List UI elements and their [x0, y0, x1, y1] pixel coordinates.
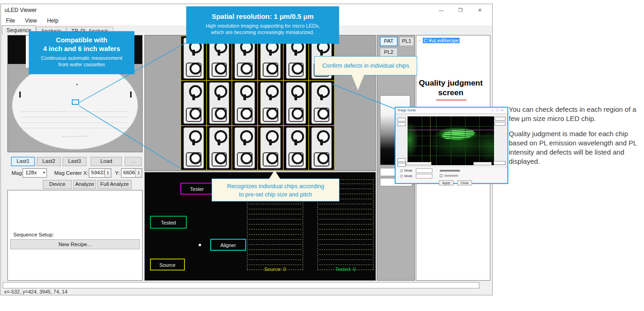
- stage-position-dot: [199, 244, 201, 246]
- resolution-annotation-body: High resolution imaging supporting for m…: [186, 23, 339, 29]
- cassette-slot-line: [249, 219, 301, 219]
- minimize-icon[interactable]: —: [431, 4, 451, 16]
- menu-help[interactable]: Help: [42, 17, 63, 24]
- chip-cell: [232, 81, 258, 125]
- mode-radio-1[interactable]: [400, 169, 403, 172]
- popup-spinbox[interactable]: [494, 161, 506, 165]
- mag-center-label: Mag Center X:: [54, 170, 88, 176]
- device-lock-button[interactable]: Device Lock: [43, 180, 72, 189]
- cassette-slot-line: [319, 265, 372, 265]
- cassette-slot-line: [249, 265, 301, 265]
- mode-label-2: Mode: [404, 174, 413, 178]
- mag-value: 128x: [25, 170, 37, 175]
- close-icon[interactable]: ✕: [470, 4, 489, 16]
- full-analyze-button[interactable]: Full Analyze: [98, 180, 132, 189]
- defects-callout: Confirm defects in individual chips: [314, 56, 417, 75]
- popup-maximize-icon[interactable]: □: [496, 108, 501, 112]
- spin-down-icon[interactable]: ▼: [138, 173, 140, 175]
- chip-cell: [207, 81, 232, 125]
- cassette-slot-line: [249, 239, 301, 240]
- last3-button[interactable]: Last3: [63, 157, 86, 166]
- spinner[interactable]: ▲ ▼: [104, 169, 111, 177]
- menu-view[interactable]: View: [20, 17, 42, 24]
- cassette-slot-line: [319, 209, 372, 209]
- cassette-slot-line: [319, 214, 372, 214]
- tested-box: Tested: [150, 216, 187, 229]
- popup-spinbox[interactable]: [494, 122, 506, 126]
- source-box: Source: [150, 259, 185, 271]
- popup-spinbox[interactable]: [494, 117, 506, 121]
- mode-radio-2[interactable]: [400, 175, 403, 178]
- source-count: Source: 0: [254, 266, 296, 272]
- popup-info-text: [440, 170, 460, 172]
- resolution-annotation-body2: which are becoming increasingly miniatur…: [186, 29, 339, 36]
- wafer-scan-line: [22, 122, 128, 123]
- load-button[interactable]: Load: [91, 157, 122, 166]
- popup-spinbox[interactable]: [397, 122, 406, 126]
- popup-title: Image Guide: [397, 109, 416, 112]
- popup-spinbox[interactable]: [397, 118, 406, 121]
- mag-center-x-input[interactable]: 59431 ▲ ▼: [89, 168, 111, 178]
- more-button[interactable]: ...: [125, 157, 142, 166]
- spinner[interactable]: ▲ ▼: [135, 169, 142, 177]
- chip-image-panel[interactable]: [144, 35, 376, 171]
- cassette-slot-line: [319, 204, 372, 204]
- popup-minimize-icon[interactable]: –: [491, 108, 496, 112]
- cassette-slot-line: [319, 234, 372, 235]
- chip-cell: [309, 81, 334, 125]
- popup-slider[interactable]: [406, 162, 431, 165]
- quality-heading-underline: [436, 99, 466, 101]
- side-paragraph-2: Quality judgment is made for each chip b…: [509, 129, 643, 166]
- aligner-box: Aligner: [210, 239, 246, 251]
- y-label: Y:: [115, 170, 120, 176]
- popup-dropdown-1[interactable]: [416, 168, 432, 173]
- cassette-slot-line: [319, 259, 372, 260]
- resolution-annotation-box: Spatial resolution: 1 μm/0.5 μm High res…: [186, 6, 339, 44]
- page: uLED Viewer — ❐ ✕ File View Help Sequenc…: [0, 0, 644, 311]
- popup-spinbox[interactable]: [397, 163, 406, 167]
- new-recipe-button[interactable]: New Recipe...: [10, 239, 140, 249]
- restore-icon[interactable]: ❐: [451, 4, 470, 16]
- mag-label: Mag:: [12, 170, 23, 176]
- wafer-zoom-marker: [72, 99, 79, 105]
- cassette-slot-line: [319, 224, 372, 225]
- analyze-button[interactable]: Analyze: [73, 180, 96, 189]
- popup-close-button[interactable]: Close: [457, 180, 472, 185]
- popup-spinbox[interactable]: [397, 158, 406, 162]
- apply-button[interactable]: Apply: [439, 180, 454, 185]
- popup-checkbox[interactable]: [440, 174, 443, 177]
- pat-button[interactable]: PAT: [380, 37, 397, 46]
- mag-select[interactable]: 128x ▾: [23, 168, 47, 178]
- popup-slider[interactable]: [473, 162, 492, 165]
- tester-box: Tester: [180, 183, 213, 195]
- mag-center-y-input[interactable]: 66064 ▲ ▼: [121, 168, 142, 178]
- wafer-annotation-box: Compatible with 4 inch and 6 inch wafers…: [29, 31, 134, 74]
- window-title: uLED Viewer: [5, 7, 37, 13]
- tree-item-label: C:¥uLedRecipe: [423, 38, 460, 43]
- cassette-slot-line: [249, 249, 301, 250]
- chip-cell: [258, 81, 283, 125]
- popup-window-controls[interactable]: –□×: [491, 108, 506, 112]
- tree-item-recipe-root[interactable]: ┄ C:¥uLedRecipe: [419, 38, 460, 43]
- wafer-scan-line: [22, 128, 128, 128]
- pl2-button[interactable]: PL2: [380, 48, 397, 57]
- last2-button[interactable]: Last2: [37, 157, 61, 166]
- spin-down-icon[interactable]: ▼: [107, 173, 109, 175]
- popup-plot[interactable]: [408, 116, 494, 165]
- wafer-center-mark: [76, 84, 78, 85]
- chip-cell: [207, 126, 232, 170]
- popup-close-icon[interactable]: ×: [501, 108, 506, 112]
- pl1-button[interactable]: PL1: [399, 37, 414, 46]
- cassette-slot-line: [249, 209, 301, 209]
- popup-dropdown-2[interactable]: [416, 174, 432, 179]
- chip-cell: [181, 81, 207, 125]
- status-bar: x=-532, y=424, 3945, 74, 14: [4, 289, 68, 294]
- cassette-slot-line: [319, 219, 372, 219]
- quality-judgment-window[interactable]: Image Guide –□× Mode Mode Apply: [395, 107, 508, 184]
- popup-title-bar[interactable]: Image Guide –□×: [396, 108, 507, 114]
- mode-label-1: Mode: [404, 169, 413, 172]
- side-paragraph-1: You can check defects in each region of …: [509, 105, 643, 123]
- last1-button[interactable]: Last1: [11, 157, 35, 166]
- menu-file[interactable]: File: [1, 17, 20, 24]
- window-controls: — ❐ ✕: [431, 4, 489, 16]
